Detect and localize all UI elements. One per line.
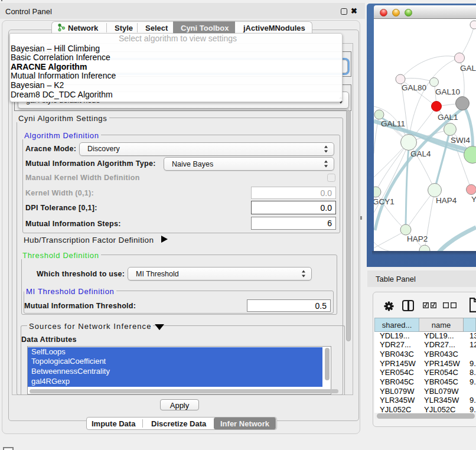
svg-text:GAL80: GAL80	[402, 83, 426, 92]
svg-text:GAL7: GAL7	[460, 64, 476, 73]
svg-text:SWI4: SWI4	[451, 136, 470, 145]
svg-text:GAL4: GAL4	[410, 149, 431, 158]
svg-text:HAP2: HAP2	[407, 234, 428, 243]
svg-text:GAL11: GAL11	[381, 119, 405, 128]
svg-text:YD: YD	[471, 195, 476, 204]
svg-text:HAP4: HAP4	[436, 196, 457, 205]
svg-text:GAL10: GAL10	[435, 87, 460, 96]
svg-text:GCY1: GCY1	[374, 197, 395, 206]
svg-text:GAL1: GAL1	[438, 113, 458, 122]
